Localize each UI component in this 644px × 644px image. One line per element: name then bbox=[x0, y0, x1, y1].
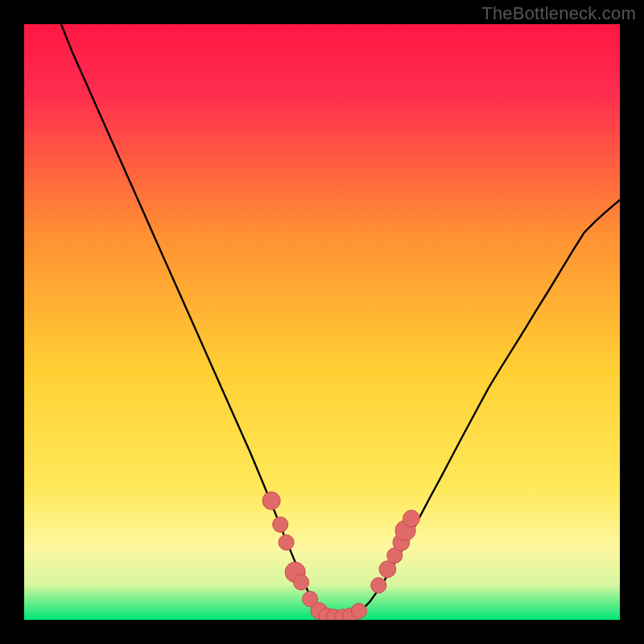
trough-dot bbox=[351, 603, 366, 618]
trough-dot bbox=[262, 492, 280, 510]
trough-dot bbox=[273, 517, 288, 532]
trough-dot bbox=[403, 510, 420, 527]
trough-dots bbox=[262, 492, 419, 620]
watermark-text: TheBottleneck.com bbox=[481, 3, 636, 24]
trough-dot bbox=[294, 575, 309, 590]
trough-dot bbox=[279, 535, 294, 550]
curve-layer bbox=[24, 24, 620, 620]
bottleneck-curve bbox=[61, 24, 620, 618]
trough-dot bbox=[371, 578, 386, 593]
chart-frame bbox=[24, 24, 620, 620]
